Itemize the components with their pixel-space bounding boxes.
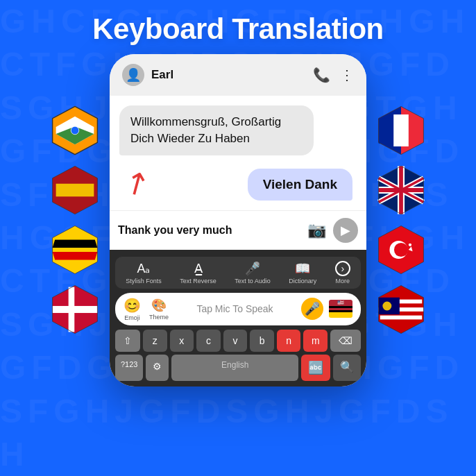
svg-point-35 bbox=[409, 244, 411, 246]
more-icon: › bbox=[335, 261, 350, 276]
chat-input-row: Thank you very much 📷 ▶ bbox=[110, 210, 366, 250]
svg-point-3 bbox=[71, 127, 79, 135]
emoji-icon: 😊 bbox=[124, 297, 141, 314]
svg-marker-8 bbox=[53, 226, 98, 274]
flag-turkey bbox=[376, 225, 426, 275]
flag-spain bbox=[50, 165, 100, 215]
chat-header: 👤 Earl 📞 ⋮ bbox=[110, 54, 366, 96]
svg-point-33 bbox=[394, 243, 408, 257]
dictionary-tool[interactable]: 📖 Dictionary bbox=[289, 261, 316, 284]
microphone-icon: 🎤 bbox=[245, 261, 260, 276]
keyboard-row-letters: ⇧ z x c v b n m ⌫ bbox=[115, 330, 361, 352]
arrow-decoration: ↗ bbox=[117, 161, 157, 205]
stylish-fonts-tool[interactable]: Aₐ Stylish Fonts bbox=[126, 261, 162, 284]
svg-rect-18 bbox=[379, 119, 394, 144]
flag-germany bbox=[50, 225, 100, 275]
stylish-fonts-icon: Aₐ bbox=[137, 261, 150, 276]
text-reverse-tool[interactable]: A̲ Text Reverse bbox=[180, 261, 216, 284]
send-button[interactable]: ▶ bbox=[333, 218, 358, 243]
keyboard-mic-row: 😊 Emoji 🎨 Theme Tap Mic To Speak 🎤 🇺🇸 bbox=[115, 293, 361, 325]
key-x[interactable]: x bbox=[170, 330, 194, 352]
keyboard-toolbar: Aₐ Stylish Fonts A̲ Text Reverse 🎤 Text … bbox=[115, 257, 361, 289]
key-m[interactable]: m bbox=[303, 330, 328, 352]
key-c[interactable]: c bbox=[196, 330, 221, 352]
sent-message: Vielen Dank bbox=[248, 169, 352, 201]
svg-point-42 bbox=[382, 302, 391, 311]
arrow-wrapper: ↗ Vielen Dank bbox=[119, 162, 357, 203]
svg-rect-13 bbox=[53, 306, 98, 313]
received-message: Willkommensgruß, Großartig Dich Wieder Z… bbox=[119, 105, 314, 155]
more-label: More bbox=[335, 278, 350, 284]
backspace-key[interactable]: ⌫ bbox=[330, 330, 361, 352]
content-area: 👤 Earl 📞 ⋮ Willkommensgruß, Großartig Di… bbox=[0, 54, 476, 386]
text-reverse-label: Text Reverse bbox=[180, 278, 216, 284]
mic-button[interactable]: 🎤 bbox=[301, 298, 323, 320]
more-tool[interactable]: › More bbox=[335, 261, 350, 284]
dictionary-label: Dictionary bbox=[289, 278, 316, 284]
svg-marker-9 bbox=[53, 240, 98, 248]
theme-button[interactable]: 🎨 Theme bbox=[149, 298, 169, 321]
svg-rect-14 bbox=[69, 287, 75, 332]
settings-key[interactable]: ⚙ bbox=[146, 355, 169, 381]
avatar: 👤 bbox=[122, 64, 144, 86]
phone-mockup: 👤 Earl 📞 ⋮ Willkommensgruß, Großartig Di… bbox=[110, 54, 366, 386]
chat-contact-name: Earl bbox=[151, 68, 306, 82]
svg-rect-40 bbox=[380, 316, 422, 320]
flag-malaysia bbox=[376, 284, 426, 334]
shift-key[interactable]: ⇧ bbox=[115, 330, 140, 352]
key-b[interactable]: b bbox=[250, 330, 274, 352]
emoji-label: Emoji bbox=[124, 314, 140, 321]
theme-label: Theme bbox=[149, 314, 169, 321]
keyboard-area: Aₐ Stylish Fonts A̲ Text Reverse 🎤 Text … bbox=[110, 250, 366, 386]
keyboard-bottom-row: ?123 ⚙ English 🔤 🔍 bbox=[115, 355, 361, 381]
text-to-audio-tool[interactable]: 🎤 Text to Audio bbox=[235, 261, 271, 284]
menu-icon[interactable]: ⋮ bbox=[340, 67, 354, 83]
translate-icon: 🔤 bbox=[308, 360, 323, 375]
numbers-key[interactable]: ?123 bbox=[115, 355, 143, 381]
input-text-display: Thank you very much bbox=[118, 224, 300, 237]
svg-marker-6 bbox=[56, 184, 94, 197]
flags-right-column bbox=[376, 105, 426, 334]
call-icon[interactable]: 📞 bbox=[313, 67, 330, 83]
space-bar[interactable]: English bbox=[171, 355, 298, 381]
flag-india bbox=[50, 105, 100, 155]
theme-icon: 🎨 bbox=[151, 298, 167, 313]
chat-header-icons: 📞 ⋮ bbox=[313, 67, 354, 83]
flag-france bbox=[376, 105, 426, 155]
stylish-fonts-label: Stylish Fonts bbox=[126, 278, 162, 284]
svg-rect-19 bbox=[393, 114, 409, 146]
flag-uk bbox=[376, 165, 426, 215]
translate-button[interactable]: 🔤 bbox=[301, 355, 330, 381]
search-key[interactable]: 🔍 bbox=[333, 355, 361, 381]
camera-icon[interactable]: 📷 bbox=[307, 221, 326, 239]
dictionary-icon: 📖 bbox=[295, 261, 310, 276]
chat-messages: Willkommensgruß, Großartig Dich Wieder Z… bbox=[110, 96, 366, 210]
language-flags-mini: 🇺🇸 bbox=[329, 300, 352, 318]
text-to-audio-label: Text to Audio bbox=[235, 278, 271, 284]
svg-marker-10 bbox=[53, 252, 98, 260]
key-v[interactable]: v bbox=[223, 330, 248, 352]
flag-denmark bbox=[50, 284, 100, 334]
settings-icon: ⚙ bbox=[153, 361, 162, 372]
emoji-button[interactable]: 😊 Emoji bbox=[124, 297, 141, 321]
key-n[interactable]: n bbox=[277, 330, 301, 352]
page-title: Keyboard Translation bbox=[0, 0, 476, 54]
flags-left-column bbox=[50, 105, 100, 334]
mic-prompt-text: Tap Mic To Speak bbox=[174, 303, 296, 314]
text-reverse-icon: A̲ bbox=[194, 261, 203, 276]
key-z[interactable]: z bbox=[143, 330, 167, 352]
